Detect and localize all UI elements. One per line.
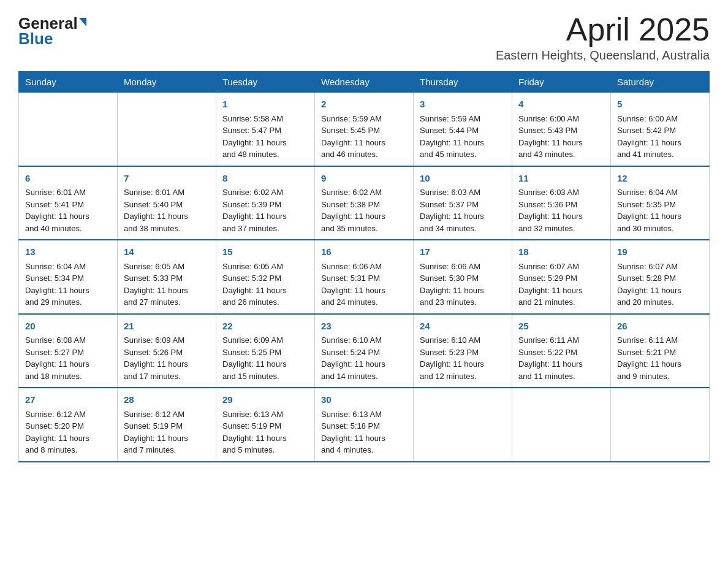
day-info: Sunrise: 6:01 AMSunset: 5:41 PMDaylight:…: [25, 188, 89, 233]
day-info: Sunrise: 6:09 AMSunset: 5:25 PMDaylight:…: [222, 335, 287, 381]
calendar-cell: 7Sunrise: 6:01 AMSunset: 5:40 PMDaylight…: [118, 166, 216, 240]
day-number: 17: [420, 245, 506, 259]
day-info: Sunrise: 6:02 AMSunset: 5:39 PMDaylight:…: [222, 188, 287, 233]
calendar-cell: 15Sunrise: 6:05 AMSunset: 5:32 PMDayligh…: [216, 240, 315, 314]
day-number: 5: [617, 98, 703, 112]
calendar-cell: 12Sunrise: 6:04 AMSunset: 5:35 PMDayligh…: [611, 166, 710, 240]
calendar-cell: 5Sunrise: 6:00 AMSunset: 5:42 PMDaylight…: [611, 93, 710, 166]
calendar-cell: 6Sunrise: 6:01 AMSunset: 5:41 PMDaylight…: [19, 166, 118, 240]
calendar-cell: [512, 388, 611, 462]
day-info: Sunrise: 6:09 AMSunset: 5:26 PMDaylight:…: [124, 335, 188, 381]
location-title: Eastern Heights, Queensland, Australia: [496, 48, 710, 63]
calendar-cell: 16Sunrise: 6:06 AMSunset: 5:31 PMDayligh…: [315, 240, 414, 314]
calendar-cell: 14Sunrise: 6:05 AMSunset: 5:33 PMDayligh…: [118, 240, 216, 314]
day-number: 12: [617, 172, 703, 186]
calendar-cell: 17Sunrise: 6:06 AMSunset: 5:30 PMDayligh…: [414, 240, 512, 314]
calendar-cell: [118, 93, 216, 166]
day-info: Sunrise: 6:06 AMSunset: 5:31 PMDaylight:…: [321, 262, 385, 307]
day-number: 3: [420, 98, 506, 112]
day-info: Sunrise: 6:03 AMSunset: 5:37 PMDaylight:…: [420, 188, 484, 233]
day-info: Sunrise: 6:10 AMSunset: 5:23 PMDaylight:…: [420, 335, 484, 381]
calendar-week-row: 27Sunrise: 6:12 AMSunset: 5:20 PMDayligh…: [19, 388, 710, 462]
day-number: 14: [124, 245, 210, 259]
day-number: 28: [124, 393, 210, 407]
weekday-header-tuesday: Tuesday: [216, 72, 315, 93]
calendar-week-row: 6Sunrise: 6:01 AMSunset: 5:41 PMDaylight…: [19, 166, 710, 240]
calendar-cell: 27Sunrise: 6:12 AMSunset: 5:20 PMDayligh…: [19, 388, 118, 462]
day-info: Sunrise: 6:07 AMSunset: 5:28 PMDaylight:…: [617, 262, 681, 307]
day-info: Sunrise: 6:05 AMSunset: 5:32 PMDaylight:…: [222, 262, 287, 307]
day-info: Sunrise: 6:05 AMSunset: 5:33 PMDaylight:…: [124, 262, 188, 307]
calendar-cell: 26Sunrise: 6:11 AMSunset: 5:21 PMDayligh…: [611, 314, 710, 388]
day-number: 1: [222, 98, 308, 112]
day-info: Sunrise: 6:12 AMSunset: 5:19 PMDaylight:…: [124, 410, 188, 455]
calendar-cell: 4Sunrise: 6:00 AMSunset: 5:43 PMDaylight…: [512, 93, 611, 166]
day-number: 19: [617, 245, 703, 259]
day-number: 4: [518, 98, 604, 112]
day-info: Sunrise: 5:59 AMSunset: 5:45 PMDaylight:…: [321, 114, 385, 159]
calendar-cell: 28Sunrise: 6:12 AMSunset: 5:19 PMDayligh…: [118, 388, 216, 462]
calendar-cell: 10Sunrise: 6:03 AMSunset: 5:37 PMDayligh…: [414, 166, 512, 240]
calendar-cell: [19, 93, 118, 166]
calendar-cell: 13Sunrise: 6:04 AMSunset: 5:34 PMDayligh…: [19, 240, 118, 314]
day-info: Sunrise: 5:59 AMSunset: 5:44 PMDaylight:…: [420, 114, 484, 159]
weekday-header-row: SundayMondayTuesdayWednesdayThursdayFrid…: [19, 72, 710, 93]
day-number: 6: [25, 172, 111, 186]
calendar-cell: 29Sunrise: 6:13 AMSunset: 5:19 PMDayligh…: [216, 388, 315, 462]
day-number: 18: [518, 245, 604, 259]
day-info: Sunrise: 6:00 AMSunset: 5:43 PMDaylight:…: [518, 114, 583, 159]
weekday-header-saturday: Saturday: [611, 72, 710, 93]
logo: General Blue: [18, 12, 86, 47]
weekday-header-thursday: Thursday: [414, 72, 512, 93]
calendar-week-row: 1Sunrise: 5:58 AMSunset: 5:47 PMDaylight…: [19, 93, 710, 166]
day-info: Sunrise: 6:02 AMSunset: 5:38 PMDaylight:…: [321, 188, 385, 233]
logo-arrow-icon: [79, 18, 86, 26]
month-title: April 2025: [496, 12, 710, 47]
day-info: Sunrise: 6:04 AMSunset: 5:35 PMDaylight:…: [617, 188, 681, 233]
calendar-cell: 8Sunrise: 6:02 AMSunset: 5:39 PMDaylight…: [216, 166, 315, 240]
calendar-week-row: 20Sunrise: 6:08 AMSunset: 5:27 PMDayligh…: [19, 314, 710, 388]
weekday-header-friday: Friday: [512, 72, 611, 93]
day-number: 27: [25, 393, 111, 407]
day-number: 30: [321, 393, 407, 407]
day-number: 20: [25, 320, 111, 334]
day-info: Sunrise: 6:13 AMSunset: 5:18 PMDaylight:…: [321, 410, 385, 455]
calendar-table: SundayMondayTuesdayWednesdayThursdayFrid…: [18, 71, 710, 462]
logo-blue: Blue: [18, 30, 53, 48]
day-number: 16: [321, 245, 407, 259]
calendar-cell: 9Sunrise: 6:02 AMSunset: 5:38 PMDaylight…: [315, 166, 414, 240]
calendar-cell: 1Sunrise: 5:58 AMSunset: 5:47 PMDaylight…: [216, 93, 315, 166]
calendar-cell: 23Sunrise: 6:10 AMSunset: 5:24 PMDayligh…: [315, 314, 414, 388]
day-number: 13: [25, 245, 111, 259]
day-info: Sunrise: 6:06 AMSunset: 5:30 PMDaylight:…: [420, 262, 484, 307]
day-info: Sunrise: 5:58 AMSunset: 5:47 PMDaylight:…: [222, 114, 287, 159]
calendar-cell: 3Sunrise: 5:59 AMSunset: 5:44 PMDaylight…: [414, 93, 512, 166]
calendar-cell: 19Sunrise: 6:07 AMSunset: 5:28 PMDayligh…: [611, 240, 710, 314]
weekday-header-monday: Monday: [118, 72, 216, 93]
day-info: Sunrise: 6:11 AMSunset: 5:22 PMDaylight:…: [518, 335, 583, 381]
day-info: Sunrise: 6:12 AMSunset: 5:20 PMDaylight:…: [25, 410, 89, 455]
calendar-cell: 21Sunrise: 6:09 AMSunset: 5:26 PMDayligh…: [118, 314, 216, 388]
calendar-cell: 11Sunrise: 6:03 AMSunset: 5:36 PMDayligh…: [512, 166, 611, 240]
calendar-cell: [611, 388, 710, 462]
day-info: Sunrise: 6:00 AMSunset: 5:42 PMDaylight:…: [617, 114, 681, 159]
day-info: Sunrise: 6:11 AMSunset: 5:21 PMDaylight:…: [617, 335, 681, 381]
day-info: Sunrise: 6:04 AMSunset: 5:34 PMDaylight:…: [25, 262, 89, 307]
day-info: Sunrise: 6:10 AMSunset: 5:24 PMDaylight:…: [321, 335, 385, 381]
day-number: 25: [518, 320, 604, 334]
day-info: Sunrise: 6:08 AMSunset: 5:27 PMDaylight:…: [25, 335, 89, 381]
calendar-cell: [414, 388, 512, 462]
day-number: 24: [420, 320, 506, 334]
day-number: 8: [222, 172, 308, 186]
title-block: April 2025 Eastern Heights, Queensland, …: [496, 12, 710, 63]
calendar-cell: 20Sunrise: 6:08 AMSunset: 5:27 PMDayligh…: [19, 314, 118, 388]
calendar-week-row: 13Sunrise: 6:04 AMSunset: 5:34 PMDayligh…: [19, 240, 710, 314]
day-number: 10: [420, 172, 506, 186]
weekday-header-wednesday: Wednesday: [315, 72, 414, 93]
day-info: Sunrise: 6:03 AMSunset: 5:36 PMDaylight:…: [518, 188, 583, 233]
day-number: 26: [617, 320, 703, 334]
day-number: 15: [222, 245, 308, 259]
calendar-cell: 18Sunrise: 6:07 AMSunset: 5:29 PMDayligh…: [512, 240, 611, 314]
day-number: 21: [124, 320, 210, 334]
day-number: 7: [124, 172, 210, 186]
